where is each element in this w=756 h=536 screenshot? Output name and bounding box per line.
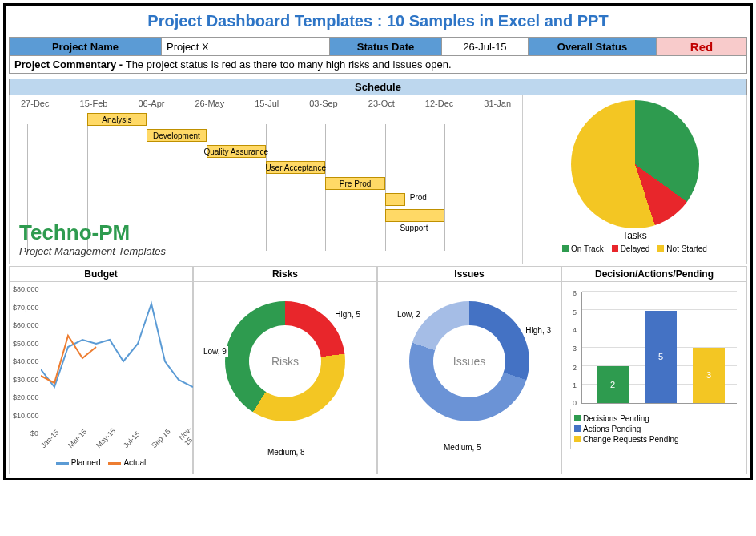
gantt-bar: Development [147,129,206,142]
dashboard: Project Dashboard Templates : 10 Samples… [3,3,753,480]
issue-label-high: High, 3 [524,325,553,336]
legend-item: Change Requests Pending [574,435,734,444]
legend-item: Actual [108,458,146,467]
gantt-bars: Analysis Development Quality Assurance U… [18,113,514,233]
gantt-bar: Analysis [87,113,147,126]
gantt-chart: 27-Dec 15-Feb 06-Apr 26-May 15-Jul 03-Se… [10,95,522,264]
status-date-value[interactable]: 26-Jul-15 [442,38,529,55]
legend-item: On Track [562,244,604,253]
logo-tag: Project Management Templates [19,245,166,257]
tasks-pie-box: Tasks On Track Delayed Not Started [522,95,746,264]
issues-title: Issues [378,267,561,282]
dap-chart: 01 23 45 6 2 5 3 [581,292,737,404]
gantt-date: 23-Oct [368,99,395,108]
gantt-bar-label: Support [400,224,428,232]
gantt-bar: Quality Assurance [207,145,266,158]
dap-bar-decisions: 2 [597,366,629,403]
gantt-bar [385,193,405,206]
legend-item: Decisions Pending [574,414,734,423]
risk-label-high: High, 5 [333,309,362,320]
budget-title: Budget [10,267,192,282]
gantt-date: 03-Sep [309,99,337,108]
issue-label-low: Low, 2 [396,309,422,320]
project-name-label: Project Name [10,38,162,55]
issues-donut: Issues [409,301,529,421]
gantt-date: 06-Apr [138,99,164,108]
gantt-axis: 27-Dec 15-Feb 06-Apr 26-May 15-Jul 03-Se… [18,99,514,108]
gantt-date: 31-Jan [484,99,511,108]
tasks-pie [571,100,699,228]
tasks-legend: On Track Delayed Not Started [562,244,707,253]
issues-center: Issues [453,355,485,368]
issues-panel: Issues Issues High, 3 Medium, 5 Low, 2 [377,266,561,474]
header-row: Project Name Project X Status Date 26-Ju… [9,37,747,56]
schedule-title: Schedule [9,79,747,95]
risks-donut: Risks [225,301,345,421]
tasks-pie-title: Tasks [622,230,647,241]
schedule-body: 27-Dec 15-Feb 06-Apr 26-May 15-Jul 03-Se… [9,95,747,264]
risks-title: Risks [194,267,376,282]
status-date-label: Status Date [330,38,442,55]
risks-center: Risks [271,355,299,368]
legend-item: Actions Pending [574,425,734,433]
overall-status-value: Red [657,38,746,55]
budget-svg [41,289,193,433]
commentary-text: The project status is red as there too m… [126,58,452,71]
dap-panel: Decision/Actions/Pending 01 23 45 6 2 5 … [561,266,747,474]
gantt-bar [385,209,444,222]
overall-status-label: Overall Status [529,38,657,55]
budget-panel: Budget $80,000 $70,000 $60,000 $50,000 $… [9,266,193,474]
gantt-date: 27-Dec [21,99,49,108]
dap-bar-actions: 5 [645,311,677,403]
issue-label-med: Medium, 5 [442,442,482,453]
logo-name: Techno-PM [19,220,166,245]
logo: Techno-PM Project Management Templates [19,220,166,257]
legend-item: Delayed [612,244,650,253]
gantt-bar-label: Prod [410,193,427,202]
legend-item: Not Started [657,244,707,253]
risk-label-med: Medium, 8 [266,447,306,457]
gantt-date: 12-Dec [425,99,453,108]
commentary-label: Project Commentary - [14,58,126,71]
dap-bar-changes: 3 [693,348,725,404]
dap-title: Decision/Actions/Pending [562,267,746,282]
bottom-row: Budget $80,000 $70,000 $60,000 $50,000 $… [9,266,747,474]
gantt-bar: User Acceptance [266,161,325,174]
gantt-date: 26-May [195,99,225,108]
gantt-bar: Pre Prod [325,177,384,190]
project-name-value[interactable]: Project X [162,38,330,55]
gantt-date: 15-Jul [255,99,279,108]
risk-label-low: Low, 9 [202,346,228,357]
gantt-date: 15-Feb [80,99,108,108]
budget-legend: Planned Actual [13,458,189,467]
budget-chart: $80,000 $70,000 $60,000 $50,000 $40,000 … [37,285,189,429]
legend-item: Planned [56,458,101,467]
risks-panel: Risks Risks High, 5 Medium, 8 Low, 9 [193,266,377,474]
page-title: Project Dashboard Templates : 10 Samples… [9,9,747,37]
dap-legend: Decisions Pending Actions Pending Change… [570,409,738,449]
commentary: Project Commentary - The project status … [9,56,747,74]
